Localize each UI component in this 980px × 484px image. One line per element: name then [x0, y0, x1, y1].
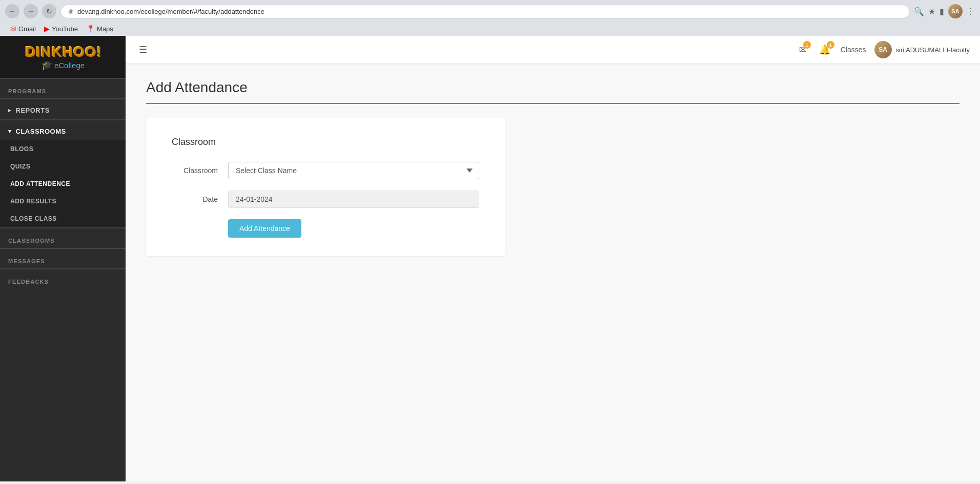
sidebar-close-class-label: CLOSE CLASS [10, 215, 57, 222]
top-nav: ☰ ✉ 1 🔔 1 Classes SA siri ADUSUMALLI-fac… [126, 36, 980, 64]
sidebar-item-add-results[interactable]: ADD RESULTS [0, 193, 126, 210]
sidebar-section-programs: PROGRAMS [0, 81, 126, 98]
sidebar-subsection: BLOGS QUIZS ADD ATTENDENCE ADD RESULTS C… [0, 140, 126, 227]
url-text: devang.dinkhoo.com/ecollege/member/#/fac… [77, 8, 902, 15]
mail-badge: 1 [803, 41, 811, 49]
sidebar-item-reports[interactable]: ▸ REPORTS [0, 101, 126, 119]
menu-icon[interactable]: ⋮ [967, 7, 975, 16]
divider-classrooms [0, 119, 126, 120]
divider-messages [0, 248, 126, 249]
sidebar-quizs-label: QUIZS [10, 163, 30, 170]
top-nav-right: ✉ 1 🔔 1 Classes SA siri ADUSUMALLI-facul… [797, 41, 970, 58]
app-container: DINKHOO! 🎓 eCollege PROGRAMS ▸ REPORTS ▾… [0, 36, 980, 481]
sidebar-add-attendence-label: ADD ATTENDENCE [10, 180, 70, 187]
back-button[interactable]: ← [5, 4, 19, 18]
reload-button[interactable]: ↻ [42, 4, 56, 18]
user-avatar: SA [874, 41, 892, 58]
page-content: Add Attendance Classroom Classroom Selec… [126, 64, 980, 271]
sidebar-item-classrooms-1[interactable]: ▾ CLASSROOMS [0, 122, 126, 140]
add-attendance-button[interactable]: Add Attendance [228, 219, 301, 238]
sidebar-item-add-attendence[interactable]: ADD ATTENDENCE [0, 175, 126, 193]
sidebar-item-close-class[interactable]: CLOSE CLASS [0, 210, 126, 227]
youtube-icon: ▶ [44, 25, 50, 33]
form-group-date: Date [172, 191, 479, 208]
bookmark-icon[interactable]: ★ [928, 7, 935, 16]
cap-icon: 🎓 [41, 59, 52, 71]
sidebar-item-quizs[interactable]: QUIZS [0, 158, 126, 175]
main-content: ☰ ✉ 1 🔔 1 Classes SA siri ADUSUMALLI-fac… [126, 36, 980, 481]
mail-button[interactable]: ✉ 1 [797, 42, 809, 57]
logo-ecollege: 🎓 eCollege [41, 59, 85, 71]
bookmark-maps-label: Maps [97, 25, 113, 33]
user-info[interactable]: SA siri ADUSUMALLI-faculty [874, 41, 970, 58]
divider-classrooms-2 [0, 227, 126, 228]
sidebar: DINKHOO! 🎓 eCollege PROGRAMS ▸ REPORTS ▾… [0, 36, 126, 481]
date-input[interactable] [228, 191, 479, 208]
classroom-card: Classroom Classroom Select Class Name Da… [146, 118, 505, 256]
bookmark-gmail-label: Gmail [18, 25, 36, 33]
gmail-icon: ✉ [10, 25, 16, 33]
chevron-down-icon: ▾ [8, 128, 12, 135]
sidebar-add-results-label: ADD RESULTS [10, 198, 56, 205]
divider-reports [0, 98, 126, 99]
sidebar-reports-label: REPORTS [16, 107, 50, 114]
bookmark-youtube[interactable]: ▶ YouTube [44, 25, 78, 33]
bookmarks-bar: ✉ Gmail ▶ YouTube 📍 Maps [5, 23, 975, 36]
page-title: Add Attendance [146, 79, 959, 104]
sidebar-item-blogs[interactable]: BLOGS [0, 140, 126, 158]
browser-actions: 🔍 ★ ▮ SA ⋮ [914, 4, 975, 18]
search-icon[interactable]: 🔍 [914, 7, 924, 16]
forward-button[interactable]: → [24, 4, 38, 18]
classroom-label: Classroom [172, 166, 218, 175]
classes-link[interactable]: Classes [841, 46, 866, 54]
notification-badge: 1 [827, 41, 834, 49]
form-group-classroom: Classroom Select Class Name [172, 162, 479, 179]
divider-programs [0, 78, 126, 79]
date-label: Date [172, 195, 218, 203]
address-bar[interactable]: ◉ devang.dinkhoo.com/ecollege/member/#/f… [60, 5, 910, 18]
profile-avatar[interactable]: SA [948, 4, 963, 18]
divider-feedbacks [0, 268, 126, 269]
sidebar-blogs-label: BLOGS [10, 145, 33, 153]
notification-button[interactable]: 🔔 1 [817, 42, 832, 57]
browser-chrome: ← → ↻ ◉ devang.dinkhoo.com/ecollege/memb… [0, 0, 980, 36]
extensions-icon[interactable]: ▮ [940, 7, 944, 16]
bookmark-maps[interactable]: 📍 Maps [86, 25, 113, 33]
sidebar-section-classrooms-2: CLASSROOMS [0, 230, 126, 248]
bookmark-gmail[interactable]: ✉ Gmail [10, 25, 36, 33]
hamburger-button[interactable]: ☰ [136, 41, 150, 58]
logo-dinkhoo: DINKHOO! [25, 43, 101, 59]
sidebar-section-messages: MESSAGES [0, 251, 126, 268]
security-icon: ◉ [68, 8, 73, 15]
sidebar-section-feedbacks: FEEDBACKS [0, 271, 126, 289]
logo-ecollege-text: eCollege [54, 61, 85, 70]
classroom-select[interactable]: Select Class Name [228, 162, 479, 179]
sidebar-logo: DINKHOO! 🎓 eCollege [0, 36, 126, 78]
maps-icon: 📍 [86, 25, 95, 33]
browser-toolbar: ← → ↻ ◉ devang.dinkhoo.com/ecollege/memb… [5, 4, 975, 18]
chevron-right-icon: ▸ [8, 107, 12, 114]
card-section-title: Classroom [172, 137, 479, 148]
bookmark-youtube-label: YouTube [52, 25, 78, 33]
sidebar-classrooms-1-label: CLASSROOMS [16, 128, 66, 135]
user-name: siri ADUSUMALLI-faculty [896, 46, 970, 54]
